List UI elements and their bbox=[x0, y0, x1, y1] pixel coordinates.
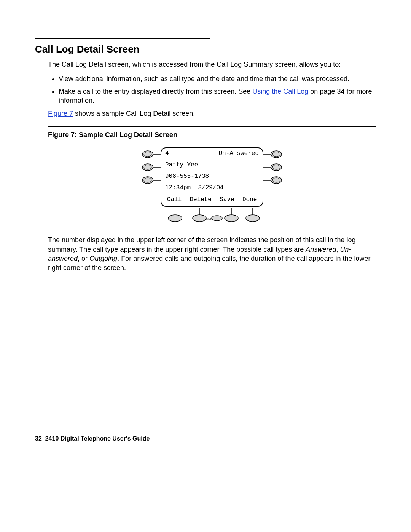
softkey-save: Save bbox=[220, 196, 234, 204]
type-answered: Answered bbox=[306, 246, 336, 253]
top-short-rule bbox=[35, 38, 210, 39]
softkey-done: Done bbox=[242, 196, 257, 204]
svg-point-10 bbox=[168, 215, 182, 222]
figure-caption: Figure 7: Sample Call Log Detail Screen bbox=[48, 130, 376, 139]
softkey-btn-3 bbox=[225, 208, 238, 222]
lcd-caller-number: 908-555-1738 bbox=[165, 173, 259, 182]
softkey-btn-2 bbox=[193, 208, 206, 222]
bottom-buttons: MENU bbox=[161, 208, 263, 224]
lcd-row-3: 908-555-1738 bbox=[161, 171, 263, 182]
lcd-time: 12:34pm 3/29/04 bbox=[165, 184, 259, 193]
lcd-row-4: 12:34pm 3/29/04 bbox=[161, 182, 263, 194]
svg-point-17 bbox=[246, 215, 260, 222]
figure-bottom-rule bbox=[48, 232, 376, 232]
bullet-1: View additional information, such as cal… bbox=[59, 74, 376, 83]
figref-para: Figure 7 shows a sample Call Log Detail … bbox=[48, 109, 376, 118]
lcd-call-type: Un-Answered bbox=[218, 150, 259, 159]
intro-lead: The Call Log Detail screen, which is acc… bbox=[48, 60, 376, 69]
side-button-left-1 bbox=[142, 149, 161, 160]
page-number: 32 bbox=[35, 435, 42, 442]
svg-point-15 bbox=[225, 215, 238, 222]
link-using-call-log[interactable]: Using the Call Log bbox=[252, 88, 308, 95]
lcd-screen: 4 Un-Answered Patty Yee 908-555-1738 12:… bbox=[161, 147, 263, 207]
svg-point-13 bbox=[212, 216, 222, 221]
phone-diagram: 4 Un-Answered Patty Yee 908-555-1738 12:… bbox=[142, 147, 282, 224]
figref-suffix: shows a sample Call Log Detail screen. bbox=[73, 110, 195, 117]
lcd-column: 4 Un-Answered Patty Yee 908-555-1738 12:… bbox=[161, 147, 263, 224]
figure-top-rule bbox=[48, 126, 376, 127]
lcd-softkeys: Call Delete Save Done bbox=[161, 194, 263, 206]
lcd-position: 4 bbox=[165, 150, 218, 159]
explanation-para: The number displayed in the upper left c… bbox=[48, 235, 376, 272]
softkey-btn-4 bbox=[246, 208, 260, 222]
intro-bullets: View additional information, such as cal… bbox=[59, 74, 376, 105]
bottom-buttons-svg: MENU bbox=[161, 208, 263, 224]
side-button-left-2 bbox=[142, 162, 161, 173]
left-side-buttons bbox=[142, 147, 161, 185]
bullet-2-prefix: Make a call to the entry displayed direc… bbox=[59, 88, 252, 95]
side-button-right-1 bbox=[263, 149, 282, 160]
softkey-btn-1 bbox=[168, 208, 182, 222]
bullet-2: Make a call to the entry displayed direc… bbox=[59, 87, 376, 105]
side-button-right-3 bbox=[263, 175, 282, 185]
page-footer: 32 2410 Digital Telephone User's Guide bbox=[35, 435, 150, 442]
lcd-caller-name: Patty Yee bbox=[165, 161, 259, 170]
page: Call Log Detail Screen The Call Log Deta… bbox=[0, 0, 411, 532]
side-button-right-2 bbox=[263, 162, 282, 173]
figure-wrap: 4 Un-Answered Patty Yee 908-555-1738 12:… bbox=[48, 147, 376, 224]
link-figure-7[interactable]: Figure 7 bbox=[48, 110, 73, 117]
softkey-call: Call bbox=[167, 196, 182, 204]
intro-block: The Call Log Detail screen, which is acc… bbox=[48, 60, 376, 273]
right-side-buttons bbox=[263, 147, 282, 185]
softkey-delete: Delete bbox=[190, 196, 212, 204]
menu-button: MENU bbox=[206, 216, 222, 221]
section-title: Call Log Detail Screen bbox=[35, 43, 376, 55]
side-button-left-3 bbox=[142, 175, 161, 185]
lcd-row-1: 4 Un-Answered bbox=[161, 148, 263, 160]
svg-point-12 bbox=[193, 215, 206, 222]
lcd-row-2: Patty Yee bbox=[161, 160, 263, 171]
doc-title: 2410 Digital Telephone User's Guide bbox=[45, 435, 150, 442]
type-outgoing: Outgoing bbox=[89, 255, 117, 262]
